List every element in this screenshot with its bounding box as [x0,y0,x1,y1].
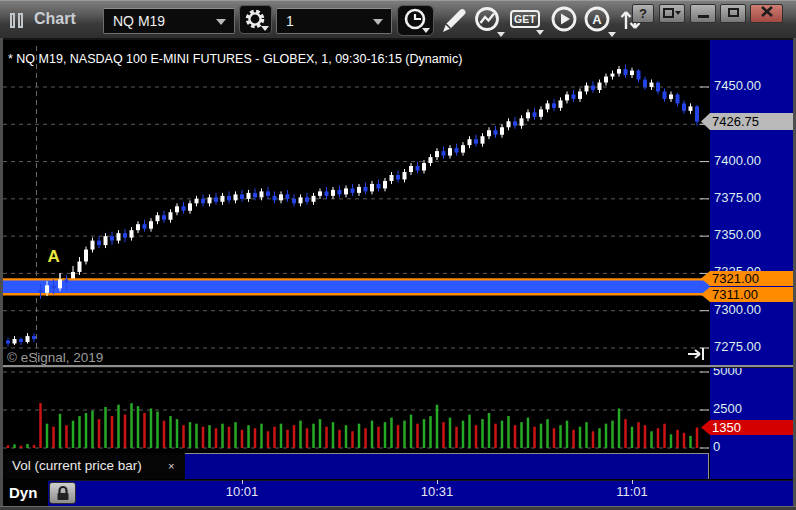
window-menu-icon [660,5,684,22]
chart-window-icon [10,13,30,29]
symbol-value: NQ M19 [113,13,165,29]
replay-button[interactable] [549,5,579,35]
pin-window-button[interactable] [659,4,685,23]
volume-axis-label: 2500 [713,401,742,416]
pencil-icon [440,5,468,35]
refresh-button[interactable] [601,5,629,35]
minimize-icon [698,15,709,18]
indicator-button[interactable] [472,5,508,37]
volume-study-label-strip: Vol (current price bar) × [3,453,185,479]
help-button[interactable]: ? [632,4,654,23]
time-axis-label: 10:01 [214,484,270,499]
interval-combobox[interactable]: 1 [276,8,392,34]
chevron-down-icon [373,19,383,25]
time-axis-label: 10:31 [409,484,465,499]
window-border-bottom [0,506,796,510]
price-axis-label: 7350.00 [714,227,761,242]
chevron-down-icon [261,26,269,31]
draw-button[interactable] [440,5,468,35]
chevron-down-icon [497,32,505,37]
time-axis[interactable] [0,480,796,506]
close-button[interactable] [750,4,783,23]
chevron-down-icon [422,28,430,33]
trade-marker-a: A [48,247,60,267]
titlebar[interactable]: Chart NQ M19 1 [0,0,796,40]
volume-study-label: Vol (current price bar) [12,458,142,473]
price-axis-label: 7450.00 [714,78,761,93]
lock-button[interactable] [49,482,76,504]
volume-chart-canvas[interactable] [0,367,710,453]
price-axis-label: 7300.00 [714,302,761,317]
play-icon [549,5,579,35]
close-icon [760,5,774,18]
watermark: © eSignal, 2019 [7,350,103,365]
band-upper-price-tag: 7321.00 [701,271,793,286]
lock-icon [55,484,80,504]
volume-study-empty-strip [185,453,709,479]
symbol-combobox[interactable]: NQ M19 [103,8,235,34]
window-border-left [0,38,3,510]
interval-value: 1 [286,13,294,29]
dynamic-mode-badge[interactable]: Dyn [3,480,48,506]
time-axis-label: 11:01 [604,484,660,499]
get-label: GET [510,10,540,28]
time-template-button[interactable] [397,5,434,36]
window-title: Chart [34,10,76,28]
price-chart-canvas[interactable] [0,42,710,365]
settings-button[interactable] [239,5,272,34]
time-axis-tick [437,480,438,484]
chevron-down-icon [536,30,544,35]
help-label: ? [639,6,647,21]
chevron-down-icon [216,19,226,25]
chart-title: * NQ M19, NASDAQ 100 E-MINI FUTURES - GL… [8,52,462,66]
indicator-zigzag-icon [472,5,506,35]
maximize-button[interactable] [720,4,746,23]
maximize-icon [728,8,739,17]
time-axis-tick [242,480,243,484]
price-axis-label: 7400.00 [714,153,761,168]
band-lower-price-tag: 7311.00 [701,287,793,302]
volume-study-close-icon[interactable]: × [168,453,174,479]
get-data-button[interactable]: GET [510,5,546,37]
current-volume-tag: 1350 [701,420,793,435]
price-axis-label: 7275.00 [714,339,761,354]
price-axis-label: 7375.00 [714,190,761,205]
volume-axis-label: 0 [713,439,720,454]
chart-window: Chart NQ M19 1 [0,0,796,510]
last-price-tag: 7426.75 [701,113,793,130]
pane-divider[interactable] [0,365,796,368]
time-axis-tick [632,480,633,484]
minimize-button[interactable] [690,4,716,23]
